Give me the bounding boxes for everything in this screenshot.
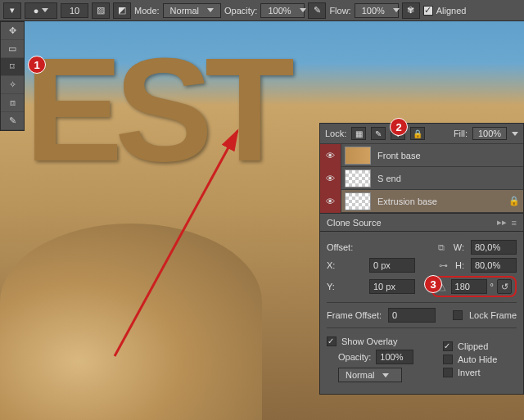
canvas-text: EST: [25, 25, 287, 194]
flow-input[interactable]: 100%: [355, 3, 399, 18]
fill-input[interactable]: [472, 127, 507, 140]
auto-hide-label: Auto Hide: [458, 355, 497, 364]
clipped-checkbox[interactable]: [443, 341, 453, 351]
scale-w-input[interactable]: [471, 240, 517, 255]
clone-source-panel: Offset: ⧉ W: X: ⊶ H: Y: △ ° ↺: [320, 232, 523, 394]
layer-name[interactable]: Extrusion base: [374, 196, 508, 206]
airbrush-icon[interactable]: ✾: [402, 2, 420, 19]
lock-frame-label: Lock Frame: [469, 310, 517, 320]
invert-label: Invert: [458, 368, 481, 377]
panel-menu-icon[interactable]: ≡: [512, 218, 517, 228]
options-bar: ▾ ● ▨ ◩ Mode: Normal Opacity: 100% ✎ Flo…: [0, 0, 524, 21]
layer-row[interactable]: 👁 Front base: [320, 144, 523, 167]
lock-label: Lock:: [325, 129, 346, 138]
link-icon[interactable]: ⊶: [437, 260, 449, 271]
visibility-toggle-icon[interactable]: 👁: [320, 144, 341, 167]
brush-size-input[interactable]: [61, 3, 88, 18]
offset-x-input[interactable]: [369, 258, 415, 273]
angle-unit: °: [490, 282, 494, 291]
invert-checkbox[interactable]: [443, 368, 453, 377]
marquee-tool-icon[interactable]: ▭: [1, 40, 24, 58]
tools-panel: ✥ ▭ ⌑ ✧ ⧈ ✎: [0, 21, 25, 131]
lock-all-icon[interactable]: 🔒: [410, 127, 425, 140]
show-overlay-label: Show Overlay: [341, 336, 397, 346]
layer-name[interactable]: Front base: [374, 151, 523, 160]
y-label: Y:: [327, 282, 363, 291]
eyedropper-tool-icon[interactable]: ✎: [1, 112, 24, 130]
layer-locked-icon: 🔒: [508, 196, 523, 206]
visibility-toggle-icon[interactable]: 👁: [320, 167, 341, 190]
clone-source-title: Clone Source: [327, 218, 497, 228]
lasso-tool-icon[interactable]: ⌑: [1, 58, 24, 76]
overlay-mode-select[interactable]: Normal: [338, 368, 402, 382]
brush-panel-toggle-icon[interactable]: ▨: [92, 2, 110, 19]
frame-offset-label: Frame Offset:: [327, 310, 382, 320]
show-overlay-checkbox[interactable]: [327, 336, 337, 346]
pressure-opacity-icon[interactable]: ✎: [308, 2, 326, 19]
lock-transparency-icon[interactable]: ▦: [351, 127, 366, 140]
callout-3: 3: [424, 275, 442, 293]
lock-frame-checkbox[interactable]: [453, 310, 463, 320]
divider: [327, 327, 517, 328]
layer-row[interactable]: 👁 Extrusion base 🔒: [320, 190, 523, 213]
layer-name[interactable]: S end: [374, 174, 523, 183]
w-label: W:: [454, 242, 464, 252]
link-wh-icon[interactable]: ⧉: [436, 242, 447, 253]
visibility-toggle-icon[interactable]: 👁: [320, 190, 341, 213]
scale-h-input[interactable]: [471, 258, 517, 273]
callout-2: 2: [390, 118, 408, 136]
offset-y-input[interactable]: [369, 279, 415, 294]
callout-1: 1: [28, 56, 46, 74]
clone-stamp-tool-preset-icon[interactable]: ▾: [3, 2, 21, 19]
frame-offset-input[interactable]: [388, 308, 436, 323]
brush-settings-icon[interactable]: ◩: [113, 2, 131, 19]
mode-label: Mode:: [134, 6, 160, 16]
clipped-label: Clipped: [458, 341, 488, 351]
divider: [327, 302, 517, 303]
move-tool-icon[interactable]: ✥: [1, 22, 24, 40]
layer-row[interactable]: 👁 S end: [320, 167, 523, 190]
layer-lock-bar: Lock: ▦ ✎ ✥ 🔒 Fill:: [320, 124, 523, 144]
brush-preset-picker[interactable]: ●: [25, 2, 57, 19]
layer-thumbnail[interactable]: [345, 192, 371, 210]
clone-source-panel-header[interactable]: Clone Source ▸▸ ≡: [320, 213, 523, 232]
magic-wand-tool-icon[interactable]: ✧: [1, 76, 24, 94]
fill-dropdown-icon[interactable]: [512, 132, 518, 136]
overlay-opacity-label: Opacity:: [338, 352, 371, 362]
h-label: H:: [455, 260, 464, 270]
reset-transform-icon[interactable]: ↺: [497, 279, 512, 294]
blend-mode-select[interactable]: Normal: [163, 3, 221, 18]
auto-hide-checkbox[interactable]: [443, 355, 453, 364]
aligned-checkbox[interactable]: [423, 6, 433, 16]
rotation-angle-input[interactable]: [451, 279, 487, 294]
opacity-input[interactable]: 100%: [260, 3, 305, 18]
fill-label: Fill:: [454, 129, 468, 138]
layer-thumbnail[interactable]: [345, 147, 371, 165]
layers-panel: Lock: ▦ ✎ ✥ 🔒 Fill: 👁 Front base 👁 S end…: [319, 123, 524, 395]
hay-bales-graphic: [0, 224, 262, 420]
lock-pixels-icon[interactable]: ✎: [371, 127, 386, 140]
aligned-label: Aligned: [436, 6, 467, 16]
flow-label: Flow:: [329, 6, 350, 16]
crop-tool-icon[interactable]: ⧈: [1, 94, 24, 112]
offset-label: Offset:: [327, 242, 363, 252]
layer-thumbnail[interactable]: [345, 169, 371, 187]
x-label: X:: [327, 260, 363, 270]
panel-collapse-icon[interactable]: ▸▸: [497, 217, 507, 228]
angle-highlight: △ ° ↺: [431, 276, 517, 297]
overlay-opacity-input[interactable]: [376, 350, 413, 364]
opacity-label: Opacity:: [224, 6, 257, 16]
